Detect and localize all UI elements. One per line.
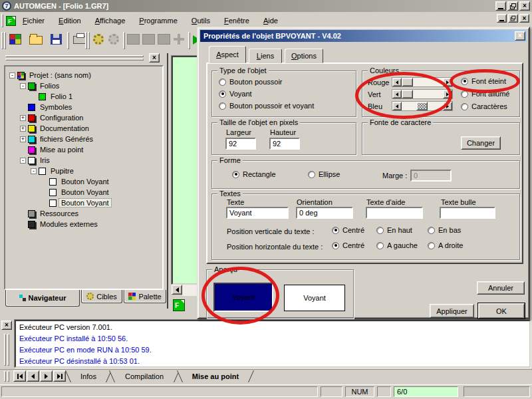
largeur-input[interactable] [225, 138, 256, 150]
expander-icon[interactable]: + [20, 126, 26, 132]
menu-affichage[interactable]: Affichage [95, 17, 126, 25]
tree-label[interactable]: Bouton Voyant [59, 188, 111, 196]
mdi-close-button[interactable]: × [519, 14, 529, 23]
tab-compilation[interactable]: Compilation [114, 370, 174, 382]
tree-item-modules-externes[interactable]: Modules externes [8, 219, 162, 229]
radio-rectangle[interactable]: Rectangle [232, 170, 276, 178]
radio-en-bas[interactable]: En bas [428, 226, 461, 234]
radio-icon-selected[interactable] [219, 90, 226, 98]
radio-horizontal-centre[interactable]: Centré [332, 241, 364, 249]
tree-label[interactable]: Configuration [38, 114, 85, 122]
first-tab-button[interactable] [13, 370, 26, 382]
folio-tab-icon[interactable]: F [173, 299, 185, 311]
radio-icon-selected[interactable] [332, 242, 339, 249]
radio-icon[interactable] [428, 227, 435, 234]
menu-outils[interactable]: Outils [192, 17, 210, 25]
panel-close-button[interactable]: × [149, 53, 160, 63]
log-grab-handle[interactable] [7, 334, 9, 366]
tree-item-pupitre[interactable]: -Pupitre [8, 166, 162, 176]
hauteur-input[interactable] [269, 138, 300, 150]
tree-item-documentation[interactable]: +Documentation [8, 123, 162, 134]
menu-grab-handle[interactable] [1, 14, 3, 27]
tree-label[interactable]: Documentation [38, 124, 91, 132]
radio-icon[interactable] [428, 242, 435, 249]
tab-cibles[interactable]: Cibles [81, 290, 122, 303]
radio-icon-selected[interactable] [332, 227, 339, 234]
radio-caracteres[interactable]: Caractères [461, 102, 507, 110]
expander-icon[interactable]: - [9, 72, 15, 78]
toolbar-grab-handle[interactable] [85, 32, 87, 49]
tree-item-bouton-voyant-1[interactable]: Bouton Voyant [8, 176, 162, 187]
tree-label[interactable]: Symboles [38, 103, 74, 111]
panel-grab-handle[interactable] [5, 55, 144, 57]
tree-item-symboles[interactable]: Symboles [8, 102, 162, 112]
expander-icon[interactable]: + [20, 136, 26, 142]
radio-a-gauche[interactable]: A gauche [376, 241, 418, 249]
tree-label[interactable]: Pupitre [49, 167, 76, 175]
radio-ellipse[interactable]: Ellipse [308, 170, 340, 178]
tree-label[interactable]: fichiers Générés [38, 135, 95, 143]
tabbar-grab-handle[interactable] [7, 371, 9, 382]
restore-button[interactable] [507, 1, 518, 11]
ok-button[interactable]: OK [478, 303, 525, 319]
minimize-button[interactable] [495, 1, 506, 11]
tree-label[interactable]: Modules externes [38, 220, 100, 228]
close-button[interactable]: × [519, 1, 530, 11]
tree-label[interactable]: Ressources [38, 209, 80, 217]
radio-a-droite[interactable]: A droite [428, 241, 463, 249]
compile-gear-icon[interactable] [93, 34, 104, 45]
changer-button[interactable]: Changer [461, 136, 501, 150]
tree-label[interactable]: Folio 1 [49, 92, 74, 100]
appliquer-button[interactable]: Appliquer [430, 304, 474, 318]
tab-infos[interactable]: Infos [70, 370, 106, 382]
tree-item-bouton-voyant-2[interactable]: Bouton Voyant [8, 187, 162, 198]
tree-label[interactable]: Iris [38, 156, 52, 164]
tree-item-configuration[interactable]: +Configuration [8, 112, 162, 123]
tree-item-ressources[interactable]: Ressources [8, 208, 162, 219]
tabbar-grab-handle[interactable] [4, 371, 6, 382]
panel-grab-handle[interactable] [5, 59, 144, 61]
texte-bulle-input[interactable] [440, 207, 495, 219]
radio-icon[interactable] [376, 227, 384, 234]
scroll-left-button[interactable] [172, 285, 182, 295]
annuler-button[interactable]: Annuler [477, 281, 525, 295]
prev-tab-button[interactable] [27, 370, 39, 382]
toolbar-grab-handle[interactable] [4, 32, 6, 49]
radio-icon[interactable] [219, 102, 226, 110]
save-icon[interactable] [51, 34, 62, 45]
log-output[interactable]: Exécuteur PC version 7.001. Exécuteur PC… [15, 320, 531, 368]
radio-en-haut[interactable]: En haut [376, 226, 412, 234]
tab-navigateur[interactable]: Navigateur [5, 290, 80, 307]
radio-icon[interactable] [308, 171, 315, 178]
tab-palette[interactable]: Palette [124, 290, 166, 303]
tree-label[interactable]: Folios [38, 82, 61, 90]
mdi-restore-button[interactable] [508, 14, 518, 23]
radio-icon[interactable] [219, 78, 226, 86]
print-icon[interactable] [73, 36, 86, 44]
texte-aide-input[interactable] [366, 207, 423, 219]
expander-icon[interactable]: - [31, 168, 37, 174]
radio-icon[interactable] [461, 103, 468, 110]
radio-bouton-poussoir[interactable]: Bouton poussoir [219, 78, 283, 86]
menu-aide[interactable]: Aide [263, 17, 278, 25]
expander-icon[interactable]: + [20, 115, 26, 121]
tree-label[interactable]: Mise au point [38, 146, 85, 154]
open-icon[interactable] [29, 36, 43, 45]
radio-voyant[interactable]: Voyant [219, 90, 252, 98]
tree-item-folio1[interactable]: Folio 1 [8, 91, 162, 102]
texte-input[interactable] [226, 207, 289, 219]
orientation-input[interactable] [296, 207, 353, 219]
tab-mise-au-point[interactable]: Mise au point [182, 370, 249, 382]
mdi-minimize-button[interactable] [497, 14, 507, 23]
tab-liens[interactable]: Liens [249, 49, 282, 63]
tree-item-iris[interactable]: -Iris [8, 155, 162, 166]
log-grab-handle[interactable] [4, 334, 6, 366]
tree-label-selected[interactable]: Bouton Voyant [59, 199, 111, 207]
tree-item-folios[interactable]: -Folios [8, 80, 162, 91]
menu-programme[interactable]: Programme [139, 17, 177, 25]
radio-icon-selected[interactable] [232, 171, 239, 178]
dialog-title-bar[interactable]: Propriétés de l'objet BPVOYANT - V4.02 × [200, 30, 527, 42]
tree-item-mise-au-point[interactable]: Mise au point [8, 144, 162, 155]
tree-item-bouton-voyant-3[interactable]: Bouton Voyant [8, 198, 162, 208]
next-tab-button[interactable] [40, 370, 53, 382]
